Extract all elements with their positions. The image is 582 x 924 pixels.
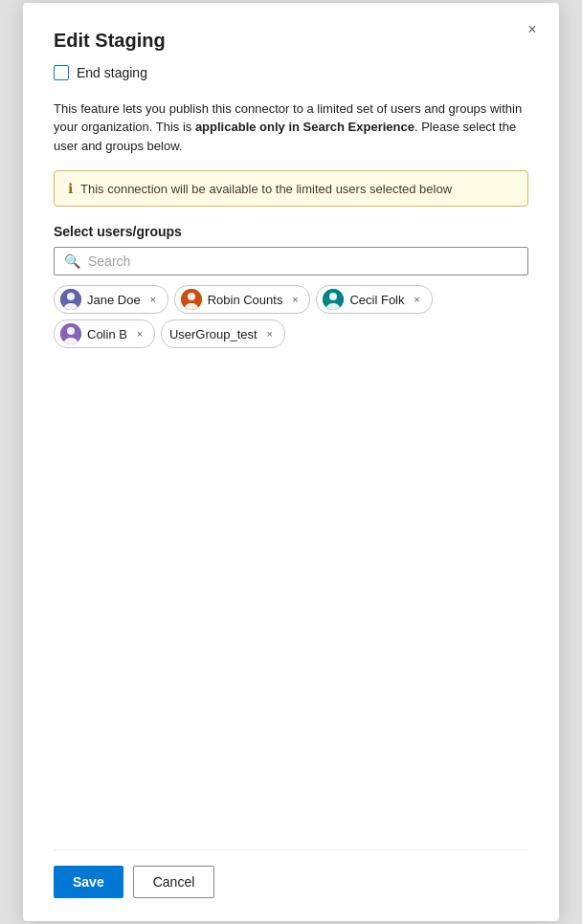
avatar-jane-doe [60, 289, 81, 310]
tag-cecil-folk-name: Cecil Folk [349, 293, 404, 307]
cancel-button[interactable]: Cancel [133, 866, 215, 898]
tag-usergroup-test-name: UserGroup_test [169, 327, 257, 341]
avatar-robin-counts [181, 289, 202, 310]
description-paragraph: This feature lets you publish this conne… [54, 99, 528, 156]
svg-point-10 [67, 327, 75, 335]
modal-title: Edit Staging [54, 30, 528, 52]
content-spacer [54, 356, 528, 834]
end-staging-label: End staging [77, 65, 147, 80]
info-banner: ℹ This connection will be available to t… [54, 170, 528, 207]
description-bold: applicable only in Search Experience [195, 120, 414, 134]
tag-cecil-folk: Cecil Folk × [316, 285, 432, 314]
tag-robin-counts: Robin Counts × [174, 285, 311, 314]
tag-colin-b: Colin B × [54, 319, 155, 348]
tag-usergroup-test-remove[interactable]: × [263, 327, 277, 341]
end-staging-checkbox[interactable] [54, 65, 69, 80]
tag-robin-counts-name: Robin Counts [208, 293, 283, 307]
svg-point-4 [188, 293, 195, 300]
avatar-colin-b [60, 323, 81, 344]
info-text: This connection will be available to the… [80, 182, 452, 196]
tag-cecil-folk-remove[interactable]: × [411, 293, 424, 306]
search-box[interactable]: 🔍 [54, 247, 528, 275]
tags-container: Jane Doe × Robin Counts × [54, 285, 528, 348]
tag-jane-doe: Jane Doe × [54, 285, 168, 314]
svg-point-1 [67, 293, 75, 300]
edit-staging-modal: × Edit Staging End staging This feature … [23, 3, 559, 922]
search-icon: 🔍 [64, 253, 80, 269]
info-icon: ℹ [68, 181, 73, 196]
end-staging-row: End staging [54, 65, 528, 80]
modal-footer: Save Cancel [54, 849, 528, 898]
tag-robin-counts-remove[interactable]: × [288, 293, 302, 306]
tag-colin-b-name: Colin B [87, 327, 127, 341]
tag-jane-doe-name: Jane Doe [87, 293, 141, 307]
svg-point-7 [329, 293, 337, 300]
tag-colin-b-remove[interactable]: × [133, 327, 146, 341]
tag-usergroup-test: UserGroup_test × [161, 319, 285, 348]
save-button[interactable]: Save [54, 866, 123, 898]
close-button[interactable]: × [521, 18, 544, 41]
avatar-cecil-folk [323, 289, 344, 310]
tag-jane-doe-remove[interactable]: × [146, 293, 160, 306]
section-label: Select users/groups [54, 224, 528, 239]
search-input[interactable] [88, 253, 518, 269]
modal-overlay: × Edit Staging End staging This feature … [0, 0, 582, 924]
